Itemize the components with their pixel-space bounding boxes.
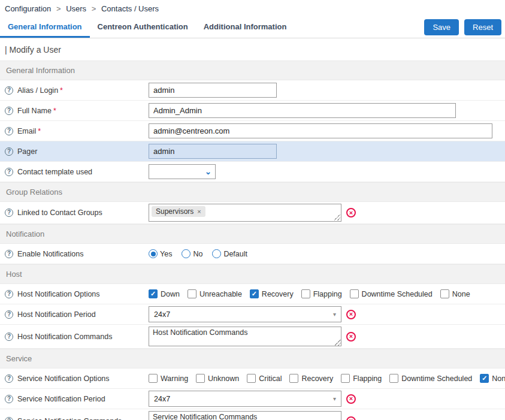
checkbox-host-recovery[interactable]: Recovery (250, 289, 294, 298)
select-chevron-icon: ⌄ (205, 168, 211, 176)
help-icon[interactable]: ? (5, 310, 13, 319)
checkbox-service-none[interactable]: None (480, 374, 505, 383)
clear-service-commands-icon[interactable]: × (346, 416, 356, 420)
alias-login-input[interactable] (149, 83, 277, 98)
radio-no[interactable]: No (182, 249, 202, 258)
tab-centreon-authentication[interactable]: Centreon Authentication (90, 16, 196, 38)
label-cell: ? Pager (5, 147, 149, 156)
tag-remove-icon[interactable]: × (197, 209, 201, 215)
checkbox-icon[interactable] (440, 289, 449, 298)
reset-button[interactable]: Reset (464, 19, 501, 35)
form-row-service-notification-options: ? Service Notification Options Warning U… (0, 368, 505, 389)
help-icon[interactable]: ? (5, 333, 13, 341)
checkbox-label: Flapping (313, 290, 342, 298)
checkbox-icon[interactable] (149, 374, 158, 383)
help-icon[interactable]: ? (5, 127, 13, 135)
resize-handle[interactable] (335, 340, 341, 346)
form-row-contact-groups: ? Linked to Contact Groups Supervisors ×… (0, 202, 505, 224)
checkbox-label: Unknown (208, 374, 239, 383)
help-icon[interactable]: ? (5, 374, 13, 383)
checkbox-host-flapping[interactable]: Flapping (301, 289, 342, 298)
checkbox-icon[interactable] (480, 374, 489, 383)
checkbox-icon[interactable] (350, 289, 359, 298)
form-row-enable-notifications: ? Enable Notifications Yes No Default (0, 244, 505, 264)
form-row-email: ? Email * (0, 121, 505, 141)
section-header-host: Host (0, 264, 505, 284)
label-cell: ? Full Name * (5, 107, 149, 115)
help-icon[interactable]: ? (5, 417, 13, 420)
checkbox-icon[interactable] (149, 289, 158, 298)
service-notification-period-select[interactable]: 24x7 ▾ (149, 391, 341, 407)
breadcrumb-contacts-users[interactable]: Contacts / Users (101, 4, 159, 13)
checkbox-icon[interactable] (250, 289, 259, 298)
field-label: Service Notification Options (17, 374, 110, 383)
checkbox-service-critical[interactable]: Critical (247, 374, 282, 383)
help-icon[interactable]: ? (5, 168, 13, 176)
checkbox-label: Recovery (262, 290, 294, 298)
checkbox-label: Unreachable (199, 290, 242, 298)
checkbox-label: Downtime Scheduled (362, 290, 433, 298)
save-button[interactable]: Save (424, 19, 459, 35)
help-icon[interactable]: ? (5, 395, 13, 403)
radio-icon[interactable] (149, 249, 158, 258)
breadcrumb-users[interactable]: Users (66, 4, 86, 13)
checkbox-icon[interactable] (188, 289, 196, 298)
checkbox-icon[interactable] (196, 374, 205, 383)
checkbox-icon[interactable] (341, 374, 350, 383)
radio-icon[interactable] (182, 249, 190, 258)
full-name-input[interactable] (149, 103, 456, 118)
resize-handle[interactable] (334, 214, 340, 220)
host-notification-period-select[interactable]: 24x7 ▾ (149, 306, 341, 322)
checkbox-icon[interactable] (289, 374, 298, 383)
service-notification-commands-textarea[interactable]: Service Notification Commands (149, 411, 341, 420)
checkbox-icon[interactable] (389, 374, 398, 383)
field-label: Host Notification Period (17, 310, 96, 319)
clear-host-commands-icon[interactable]: × (346, 332, 356, 342)
form-row-contact-template: ? Contact template used ⌄ (0, 162, 505, 182)
form-row-service-notification-commands: ? Service Notification Commands Service … (0, 409, 505, 420)
checkbox-label: None (452, 290, 470, 298)
checkbox-host-unreachable[interactable]: Unreachable (188, 289, 242, 298)
checkbox-service-flapping[interactable]: Flapping (341, 374, 382, 383)
checkbox-icon[interactable] (301, 289, 310, 298)
tag-supervisors[interactable]: Supervisors × (152, 206, 205, 217)
checkbox-service-warning[interactable]: Warning (149, 374, 188, 383)
checkbox-service-downtime-scheduled[interactable]: Downtime Scheduled (389, 374, 472, 383)
tab-additional-information[interactable]: Additional Information (196, 16, 295, 38)
checkbox-host-down[interactable]: Down (149, 289, 180, 298)
help-icon[interactable]: ? (5, 290, 13, 298)
clear-host-period-icon[interactable]: × (346, 310, 356, 319)
page-title: | Modify a User (0, 38, 505, 61)
contact-template-select[interactable]: ⌄ (149, 164, 216, 179)
label-cell: ? Host Notification Commands (5, 333, 149, 341)
tab-general-information[interactable]: General Information (0, 16, 90, 38)
clear-service-period-icon[interactable]: × (346, 394, 356, 404)
checkbox-icon[interactable] (247, 374, 256, 383)
checkbox-label: None (492, 374, 505, 383)
radio-icon[interactable] (212, 249, 221, 258)
host-notification-commands-textarea[interactable]: Host Notification Commands (149, 327, 341, 346)
clear-contact-groups-icon[interactable]: × (346, 208, 356, 217)
checkbox-service-recovery[interactable]: Recovery (289, 374, 333, 383)
checkbox-label: Down (161, 290, 180, 298)
enable-notifications-radio-group: Yes No Default (149, 249, 247, 258)
help-icon[interactable]: ? (5, 86, 13, 95)
radio-default[interactable]: Default (212, 249, 247, 258)
contact-groups-multiselect[interactable]: Supervisors × (149, 204, 341, 222)
checkbox-service-unknown[interactable]: Unknown (196, 374, 239, 383)
checkbox-label: Warning (161, 374, 188, 383)
help-icon[interactable]: ? (5, 250, 13, 258)
checkbox-host-downtime-scheduled[interactable]: Downtime Scheduled (350, 289, 433, 298)
breadcrumb-configuration[interactable]: Configuration (5, 4, 51, 13)
form-row-alias-login: ? Alias / Login * (0, 80, 505, 101)
section-header-general-information: General Information (0, 61, 505, 80)
pager-input[interactable] (149, 144, 277, 159)
help-icon[interactable]: ? (5, 147, 13, 156)
email-input[interactable] (149, 123, 492, 138)
radio-yes[interactable]: Yes (149, 249, 172, 258)
tabs: General Information Centreon Authenticat… (0, 16, 294, 38)
help-icon[interactable]: ? (5, 209, 13, 217)
help-icon[interactable]: ? (5, 107, 13, 115)
field-label: Pager (17, 147, 37, 156)
checkbox-host-none[interactable]: None (440, 289, 470, 298)
